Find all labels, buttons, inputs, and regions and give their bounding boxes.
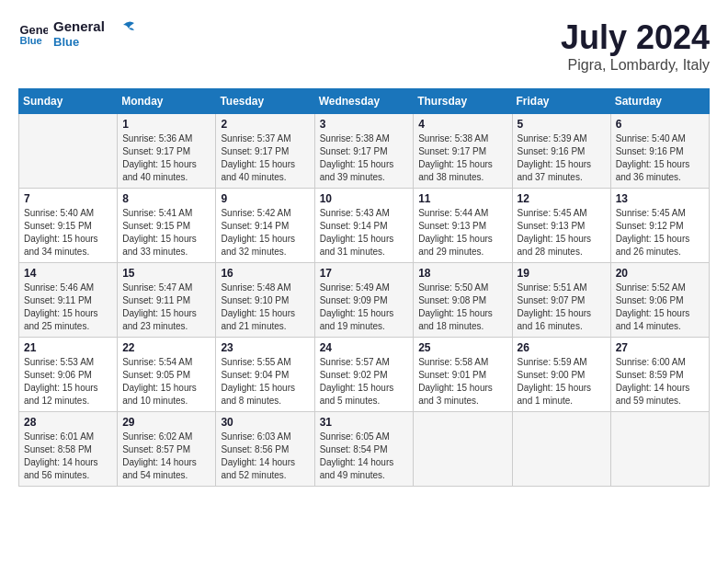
day-info: Sunrise: 5:40 AMSunset: 9:16 PMDaylight:… [616,132,704,184]
table-row: 21 Sunrise: 5:53 AMSunset: 9:06 PMDaylig… [19,338,118,412]
table-row: 27 Sunrise: 6:00 AMSunset: 8:59 PMDaylig… [610,338,709,412]
table-row: 20 Sunrise: 5:52 AMSunset: 9:06 PMDaylig… [610,263,709,338]
day-info: Sunrise: 5:37 AMSunset: 9:17 PMDaylight:… [221,132,309,184]
day-info: Sunrise: 5:50 AMSunset: 9:08 PMDaylight:… [418,282,506,333]
table-row: 3 Sunrise: 5:38 AMSunset: 9:17 PMDayligh… [314,114,414,189]
table-row: 15 Sunrise: 5:47 AMSunset: 9:11 PMDaylig… [118,263,216,338]
col-wednesday: Wednesday [314,89,414,114]
day-info: Sunrise: 5:48 AMSunset: 9:10 PMDaylight:… [221,282,309,333]
day-number: 28 [24,416,112,429]
table-row: 22 Sunrise: 5:54 AMSunset: 9:05 PMDaylig… [118,338,216,412]
table-row: 17 Sunrise: 5:49 AMSunset: 9:09 PMDaylig… [314,263,414,338]
table-row: 25 Sunrise: 5:58 AMSunset: 9:01 PMDaylig… [414,338,512,412]
calendar-table: Sunday Monday Tuesday Wednesday Thursday… [18,88,710,487]
day-info: Sunrise: 5:52 AMSunset: 9:06 PMDaylight:… [616,282,704,333]
day-info: Sunrise: 5:38 AMSunset: 9:17 PMDaylight:… [320,132,409,184]
table-row: 11 Sunrise: 5:44 AMSunset: 9:13 PMDaylig… [414,189,512,263]
table-row [512,412,610,487]
day-number: 20 [616,267,704,280]
day-info: Sunrise: 6:03 AMSunset: 8:56 PMDaylight:… [221,431,309,482]
day-info: Sunrise: 5:57 AMSunset: 9:02 PMDaylight:… [320,356,409,408]
day-number: 23 [221,341,309,354]
table-row: 14 Sunrise: 5:46 AMSunset: 9:11 PMDaylig… [19,263,118,338]
day-number: 8 [122,192,210,205]
table-row: 4 Sunrise: 5:38 AMSunset: 9:17 PMDayligh… [414,114,512,189]
day-number: 5 [518,118,606,131]
table-row: 2 Sunrise: 5:37 AMSunset: 9:17 PMDayligh… [216,114,314,189]
day-info: Sunrise: 5:47 AMSunset: 9:11 PMDaylight:… [122,282,210,333]
day-number: 29 [122,416,210,429]
day-number: 15 [122,267,210,280]
week-row-2: 7 Sunrise: 5:40 AMSunset: 9:15 PMDayligh… [19,189,710,263]
day-number: 25 [418,341,506,354]
col-monday: Monday [118,89,216,114]
day-number: 7 [24,192,112,205]
day-info: Sunrise: 5:53 AMSunset: 9:06 PMDaylight:… [24,356,112,408]
table-row: 10 Sunrise: 5:43 AMSunset: 9:14 PMDaylig… [314,189,414,263]
table-row: 1 Sunrise: 5:36 AMSunset: 9:17 PMDayligh… [118,114,216,189]
day-number: 2 [221,118,309,131]
table-row: 13 Sunrise: 5:45 AMSunset: 9:12 PMDaylig… [610,189,709,263]
day-number: 6 [616,118,704,131]
week-row-3: 14 Sunrise: 5:46 AMSunset: 9:11 PMDaylig… [19,263,710,338]
table-row: 24 Sunrise: 5:57 AMSunset: 9:02 PMDaylig… [314,338,414,412]
day-info: Sunrise: 5:40 AMSunset: 9:15 PMDaylight:… [24,207,112,259]
day-number: 10 [320,192,409,205]
week-row-1: 1 Sunrise: 5:36 AMSunset: 9:17 PMDayligh… [19,114,710,189]
day-number: 31 [320,416,409,429]
table-row: 5 Sunrise: 5:39 AMSunset: 9:16 PMDayligh… [512,114,610,189]
day-number: 22 [122,341,210,354]
day-info: Sunrise: 5:41 AMSunset: 9:15 PMDaylight:… [122,207,210,259]
table-row: 6 Sunrise: 5:40 AMSunset: 9:16 PMDayligh… [610,114,709,189]
day-info: Sunrise: 6:00 AMSunset: 8:59 PMDaylight:… [616,356,704,408]
day-number: 21 [24,341,112,354]
table-row: 12 Sunrise: 5:45 AMSunset: 9:13 PMDaylig… [512,189,610,263]
day-info: Sunrise: 5:36 AMSunset: 9:17 PMDaylight:… [122,132,210,184]
table-row [19,114,118,189]
week-row-4: 21 Sunrise: 5:53 AMSunset: 9:06 PMDaylig… [19,338,710,412]
day-number: 1 [122,118,210,131]
table-row: 30 Sunrise: 6:03 AMSunset: 8:56 PMDaylig… [216,412,314,487]
day-info: Sunrise: 5:49 AMSunset: 9:09 PMDaylight:… [320,282,409,333]
day-number: 16 [221,267,309,280]
month-year-title: July 2024 [561,18,710,57]
day-info: Sunrise: 5:54 AMSunset: 9:05 PMDaylight:… [122,356,210,408]
day-number: 11 [418,192,506,205]
col-friday: Friday [512,89,610,114]
col-tuesday: Tuesday [216,89,314,114]
day-number: 13 [616,192,704,205]
day-info: Sunrise: 5:38 AMSunset: 9:17 PMDaylight:… [418,132,506,184]
logo-icon: General Blue [18,19,48,49]
day-info: Sunrise: 5:44 AMSunset: 9:13 PMDaylight:… [418,207,506,259]
day-info: Sunrise: 5:39 AMSunset: 9:16 PMDaylight:… [518,132,606,184]
location-subtitle: Pigra, Lombardy, Italy [561,57,710,74]
logo-general: General [53,18,105,35]
day-info: Sunrise: 5:58 AMSunset: 9:01 PMDaylight:… [418,356,506,408]
table-row: 18 Sunrise: 5:50 AMSunset: 9:08 PMDaylig… [414,263,512,338]
day-number: 26 [518,341,606,354]
day-number: 12 [518,192,606,205]
day-info: Sunrise: 6:05 AMSunset: 8:54 PMDaylight:… [320,431,409,482]
day-info: Sunrise: 6:01 AMSunset: 8:58 PMDaylight:… [24,431,112,482]
day-number: 19 [518,267,606,280]
col-thursday: Thursday [414,89,512,114]
day-number: 18 [418,267,506,280]
day-number: 17 [320,267,409,280]
logo-blue: Blue [53,35,105,50]
page-header: General Blue General Blue July 2024 Pigr… [18,18,710,74]
day-info: Sunrise: 5:46 AMSunset: 9:11 PMDaylight:… [24,282,112,333]
day-number: 9 [221,192,309,205]
calendar-header-row: Sunday Monday Tuesday Wednesday Thursday… [19,89,710,114]
day-info: Sunrise: 5:42 AMSunset: 9:14 PMDaylight:… [221,207,309,259]
day-info: Sunrise: 5:51 AMSunset: 9:07 PMDaylight:… [518,282,606,333]
table-row: 16 Sunrise: 5:48 AMSunset: 9:10 PMDaylig… [216,263,314,338]
table-row: 7 Sunrise: 5:40 AMSunset: 9:15 PMDayligh… [19,189,118,263]
title-block: July 2024 Pigra, Lombardy, Italy [561,18,710,74]
table-row: 31 Sunrise: 6:05 AMSunset: 8:54 PMDaylig… [314,412,414,487]
week-row-5: 28 Sunrise: 6:01 AMSunset: 8:58 PMDaylig… [19,412,710,487]
day-info: Sunrise: 6:02 AMSunset: 8:57 PMDaylight:… [122,431,210,482]
col-saturday: Saturday [610,89,709,114]
day-number: 4 [418,118,506,131]
day-info: Sunrise: 5:45 AMSunset: 9:12 PMDaylight:… [616,207,704,259]
table-row: 26 Sunrise: 5:59 AMSunset: 9:00 PMDaylig… [512,338,610,412]
